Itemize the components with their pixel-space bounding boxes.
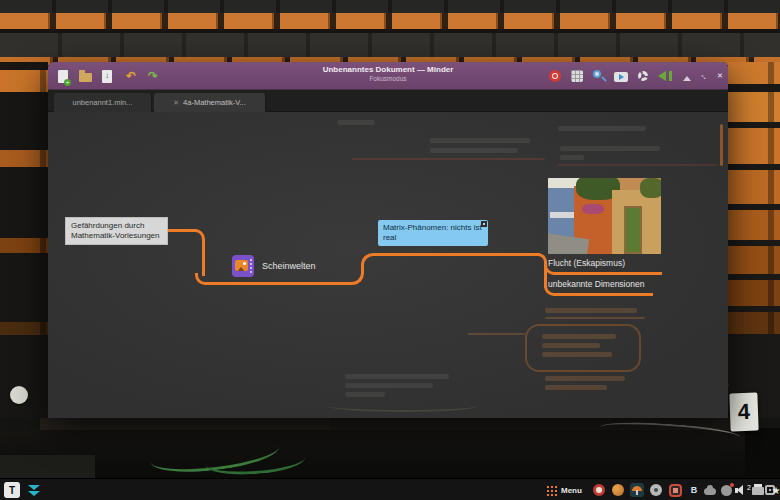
wallpaper-right-seats — [728, 62, 780, 418]
tray-umbrella-icon[interactable] — [630, 483, 644, 497]
node-root[interactable]: Gefährdungen durch Mathematik-Vorlesunge… — [65, 217, 168, 245]
taskbar: T Menu B 2 ★ — [0, 478, 780, 500]
undo-arrow: ↶ — [126, 69, 136, 83]
dimmed-node — [560, 146, 660, 151]
settings-gear-icon[interactable] — [635, 68, 651, 84]
seat-strip — [0, 70, 48, 92]
seat-strip — [0, 150, 48, 167]
open-folder-icon[interactable] — [77, 68, 93, 84]
presentation-icon[interactable] — [613, 68, 629, 84]
seat-strip — [728, 170, 780, 204]
image-icon[interactable] — [232, 255, 254, 277]
quit-icon[interactable] — [657, 68, 673, 84]
wallpaper-seat-row — [0, 33, 780, 57]
seat-strip — [728, 92, 780, 122]
cloud-glyph — [704, 488, 716, 495]
tray-record-icon[interactable] — [592, 483, 606, 497]
row-number-sign: 4 — [729, 393, 758, 432]
dimmed-node — [345, 392, 385, 397]
umbrella-glyph — [630, 483, 644, 497]
dimmed-branch — [545, 317, 645, 319]
triangle-glyph — [683, 76, 691, 81]
titlebar[interactable]: + ↓ ↶ ↷ Unbenanntes Dokument — Minder Fo… — [48, 62, 728, 90]
search-icon[interactable] — [591, 68, 607, 84]
tab-4a-mathematik[interactable]: ✕ 4a-Mathematik-V... — [154, 93, 266, 112]
gear-glyph — [638, 71, 648, 81]
minder-window: + ↓ ↶ ↷ Unbenanntes Dokument — Minder Fo… — [48, 62, 728, 418]
node-image-cartagena[interactable] — [548, 178, 661, 254]
export-grid-icon[interactable] — [569, 68, 585, 84]
download-arrow: ↓ — [102, 71, 112, 80]
resize-glyph: ↔ — [697, 69, 710, 82]
seat-strip — [0, 238, 48, 253]
photo-balcony — [550, 212, 574, 218]
seat-strip — [728, 62, 780, 84]
close-x-glyph: ✕ — [717, 72, 723, 80]
dimmed-node — [542, 343, 600, 348]
dimmed-node — [542, 352, 612, 357]
save-icon[interactable]: ↓ — [99, 68, 115, 84]
new-document-icon[interactable]: + — [55, 68, 71, 84]
plus-badge: + — [64, 79, 71, 86]
tab-unbenannt1[interactable]: unbenannt1.min... — [54, 93, 152, 112]
tray-volume-icon[interactable]: 2 — [735, 483, 749, 497]
exit-glyph — [658, 70, 672, 82]
node-flucht[interactable]: Flucht (Eskapismus) — [548, 258, 625, 268]
dimmed-node — [545, 308, 637, 313]
dimmed-node — [345, 374, 449, 379]
wallpaper-left-seats — [0, 62, 48, 418]
photo-green-door — [624, 206, 642, 254]
tray-firefox-icon[interactable] — [611, 483, 625, 497]
page-glyph: ↓ — [102, 70, 112, 83]
menu-label: Menu — [561, 486, 582, 495]
node-matrix-selected[interactable]: Matrix-Phänomen: nichts ist real — [378, 220, 488, 246]
menu-grid-icon — [546, 485, 557, 496]
page-glyph: + — [58, 70, 68, 83]
grid-glyph — [571, 70, 583, 82]
shade-window-icon[interactable] — [681, 68, 693, 84]
red-circle-glyph — [593, 484, 605, 496]
node-fold-marker[interactable] — [481, 221, 487, 227]
tab-close-icon[interactable]: ✕ — [173, 99, 179, 107]
photo-glyph — [235, 260, 248, 271]
undo-icon[interactable]: ↶ — [123, 68, 139, 84]
tray-bluetooth-icon[interactable]: B — [687, 483, 701, 497]
redo-icon[interactable]: ↷ — [145, 68, 161, 84]
branch-line — [204, 282, 352, 285]
taskbar-window-minder[interactable] — [26, 482, 42, 498]
branch-line — [553, 272, 662, 275]
redo-arrow: ↷ — [148, 69, 158, 83]
wallpaper-floor — [0, 455, 95, 478]
star-glyph: ★ — [772, 485, 780, 496]
target-glyph — [549, 70, 561, 82]
dimmed-branch — [352, 158, 545, 160]
node-scheinwelten[interactable]: Scheinwelten — [262, 261, 316, 271]
wallpaper-white-circle — [10, 386, 28, 404]
tray-recorder-icon[interactable] — [668, 483, 682, 497]
dimmed-branch — [558, 164, 716, 166]
seat-strip — [728, 280, 780, 306]
dimmed-branch — [328, 400, 478, 412]
tray-notification-icon[interactable] — [719, 483, 733, 497]
dimmed-branch — [468, 333, 525, 335]
tray-disc-icon[interactable] — [649, 483, 663, 497]
folder-glyph — [79, 73, 92, 82]
tray-cloud-icon[interactable] — [703, 483, 717, 497]
seat-strip — [728, 312, 780, 334]
close-window-icon[interactable]: ✕ — [714, 68, 726, 84]
tab-label: unbenannt1.min... — [72, 98, 132, 107]
magnifier-glyph — [592, 69, 606, 83]
dimmed-node — [545, 385, 607, 390]
node-dimensionen[interactable]: unbekannte Dimensionen — [548, 279, 644, 289]
photo-tree — [640, 178, 661, 198]
taskbar-window-text-editor[interactable]: T — [4, 482, 20, 498]
tray-star-icon[interactable]: ★ — [772, 483, 780, 497]
dimmed-node — [545, 376, 625, 381]
desktop: 4 + ↓ ↶ ↷ Unbenanntes Dokument — Minder … — [0, 0, 780, 500]
mindmap-canvas[interactable]: Gefährdungen durch Mathematik-Vorlesunge… — [48, 112, 728, 418]
focus-mode-icon[interactable] — [547, 68, 563, 84]
fullscreen-icon[interactable]: ↔ — [698, 68, 710, 84]
filmstrip-dots — [250, 259, 252, 273]
dimmed-node — [560, 155, 584, 160]
dimmed-node — [542, 334, 616, 339]
